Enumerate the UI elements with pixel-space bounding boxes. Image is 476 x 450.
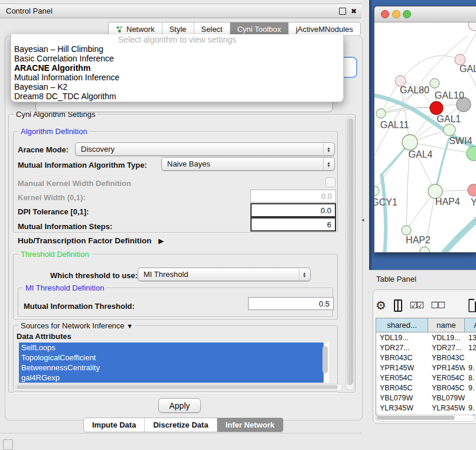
float-window-icon[interactable] — [339, 8, 346, 15]
table-row[interactable]: YBR045CYBR045C9. — [376, 383, 476, 393]
table-row[interactable]: YDL19...YDL19...13 — [376, 332, 476, 343]
network-node[interactable] — [374, 186, 379, 195]
table-row[interactable]: YER054CYER054C8. — [376, 373, 476, 383]
hub-definition-expander[interactable]: Hub/Transcription Factor Definition ▶ — [18, 236, 164, 245]
column-header[interactable]: shared... — [376, 318, 428, 332]
which-threshold-combobox[interactable]: MI Threshold ▲▼ — [138, 268, 311, 281]
table-row[interactable]: YLR345WYLR345W9. — [376, 403, 476, 413]
traffic-light-zoom[interactable] — [403, 11, 411, 18]
network-node[interactable] — [444, 124, 455, 136]
dpi-tolerance-input[interactable]: 0.0 — [250, 203, 336, 217]
table-row[interactable]: YBR043CYBR043C — [376, 353, 476, 363]
table-row[interactable]: YBL079WYBL079W — [376, 393, 476, 403]
network-view-window: GAL GAL80 GAL10 GAL1 SWI4 GAL11 GAL4 GCY… — [374, 6, 476, 253]
aracne-mode-combobox[interactable]: Discovery ▲▼ — [75, 142, 335, 156]
network-node-labels: GAL GAL80 GAL10 GAL1 SWI4 GAL11 GAL4 GCY… — [374, 64, 476, 245]
combo-arrows-icon: ▲▼ — [299, 269, 309, 280]
bottom-tabbar: Impute Data Discretize Data Infer Networ… — [83, 418, 283, 432]
which-threshold-value: MI Threshold — [144, 270, 188, 279]
dpi-tolerance-label: DPI Tolerance [0,1]: — [18, 207, 89, 216]
list-item[interactable]: BetweennessCentrality — [19, 363, 324, 373]
mi-algorithm-type-value: Naive Bayes — [167, 159, 210, 168]
control-panel-title: Control Panel — [6, 6, 53, 15]
manual-kernel-checkbox[interactable] — [325, 177, 335, 187]
sources-title-label: Sources for Network Inference — [21, 321, 125, 330]
dropdown-item[interactable]: Bayesian – Hill Climbing — [11, 44, 343, 54]
select-all-checkboxes-icon[interactable]: ☑☑ — [410, 300, 423, 311]
kernel-width-input[interactable]: 0.0 — [250, 190, 336, 203]
tab-network[interactable]: Network — [109, 22, 162, 35]
gear-icon[interactable]: ⚙ — [376, 298, 386, 312]
node-label: GAL10 — [435, 90, 464, 100]
list-item[interactable]: gal4RGexp — [19, 373, 324, 383]
table-panel-title: Table Panel — [376, 275, 416, 283]
dropdown-item[interactable]: Bayesian – K2 — [11, 82, 343, 92]
tab-select[interactable]: Select — [194, 22, 230, 35]
tab-cyni-toolbox[interactable]: Cyni Toolbox — [230, 22, 289, 35]
tab-infer-network[interactable]: Infer Network — [217, 418, 283, 432]
minimized-panel-icon[interactable] — [3, 439, 13, 450]
mi-algorithm-type-label: Mutual Information Algorithm Type: — [18, 161, 147, 169]
traffic-light-minimize[interactable] — [393, 11, 400, 18]
deselect-all-checkboxes-icon[interactable]: ☐☐ — [431, 300, 445, 311]
tab-discretize-data[interactable]: Discretize Data — [145, 418, 217, 432]
list-hscrollbar[interactable] — [15, 384, 343, 391]
node-label: GAL80 — [400, 85, 429, 95]
combo-arrows-icon: ▲▼ — [323, 158, 334, 169]
tab-impute-data[interactable]: Impute Data — [84, 418, 145, 432]
dropdown-item[interactable]: Basic Correlation Inference — [11, 54, 343, 63]
kernel-width-label: Kernel Width (0,1): — [18, 193, 86, 202]
traffic-light-close[interactable] — [382, 11, 389, 18]
dropdown-item-selected[interactable]: ARACNE Algorithm — [11, 63, 343, 73]
collapse-panel-icon[interactable]: ◂ — [361, 217, 364, 223]
mi-steps-input[interactable]: 6 — [250, 217, 336, 231]
node-label: HAP2 — [406, 235, 431, 245]
mi-algorithm-type-combobox[interactable]: Naive Bayes ▲▼ — [161, 157, 335, 171]
table-row[interactable]: YDR27...YDR27...12 — [376, 343, 476, 353]
mi-threshold-input[interactable]: 0.5 — [248, 297, 334, 310]
close-icon[interactable]: ✖ — [351, 7, 357, 15]
node-label: GAL11 — [380, 120, 409, 130]
list-hscrollbar-thumb[interactable] — [17, 385, 338, 389]
control-panel-titlebar: Control Panel ✖ — [0, 4, 361, 18]
aracne-mode-value: Discovery — [81, 145, 115, 154]
network-window-titlebar[interactable] — [374, 6, 476, 22]
network-node[interactable] — [420, 247, 429, 252]
column-header[interactable]: name — [428, 318, 465, 332]
network-node[interactable] — [376, 109, 386, 118]
table-hscrollbar-thumb[interactable] — [377, 416, 455, 420]
dropdown-item[interactable]: Mutual Information Inference — [11, 73, 343, 82]
network-node[interactable] — [467, 146, 476, 161]
list-item[interactable]: TopologicalCoefficient — [19, 353, 324, 363]
network-node[interactable] — [402, 135, 418, 150]
settings-scrollbar[interactable] — [345, 116, 354, 390]
document-icon[interactable] — [468, 299, 476, 312]
network-canvas[interactable]: GAL GAL80 GAL10 GAL1 SWI4 GAL11 GAL4 GCY… — [374, 22, 476, 252]
aracne-mode-label: Aracne Mode: — [18, 145, 69, 154]
settings-scrollbar-thumb[interactable] — [347, 118, 353, 385]
tab-jactivemnodules[interactable]: jActiveMNodules — [289, 22, 360, 35]
network-node[interactable] — [430, 102, 443, 115]
algorithm-definition-title: Algorithm Definition — [18, 127, 90, 136]
table-panel-titlebar: Table Panel — [369, 270, 476, 288]
list-item[interactable]: SelfLoops — [19, 343, 324, 353]
table-hscrollbar[interactable] — [376, 415, 475, 422]
algorithm-dropdown-list: Select algorithm to view settings Bayesi… — [11, 34, 344, 102]
combo-arrows-icon: ▲▼ — [323, 144, 334, 155]
dropdown-item[interactable]: Dream8 DC_TDC Algorithm — [11, 92, 343, 101]
table-header-row: shared... name A — [376, 318, 476, 332]
data-attributes-list: SelfLoops TopologicalCoefficient Between… — [19, 343, 329, 383]
network-node[interactable] — [468, 184, 476, 196]
network-node[interactable] — [468, 22, 476, 31]
columns-icon[interactable] — [394, 299, 402, 312]
table-row[interactable]: YPR145WYPR145W9. — [376, 363, 476, 373]
network-graph: GAL GAL80 GAL10 GAL1 SWI4 GAL11 GAL4 GCY… — [374, 22, 476, 252]
network-node[interactable] — [430, 79, 439, 88]
column-header[interactable]: A — [465, 318, 476, 332]
tab-style[interactable]: Style — [162, 22, 194, 35]
hub-definition-label: Hub/Transcription Factor Definition — [18, 236, 152, 245]
network-node[interactable] — [402, 226, 411, 235]
sources-title[interactable]: Sources for Network Inference ▼ — [18, 321, 135, 330]
list-scrollbar-thumb[interactable] — [322, 346, 328, 373]
apply-button[interactable]: Apply — [158, 398, 201, 413]
